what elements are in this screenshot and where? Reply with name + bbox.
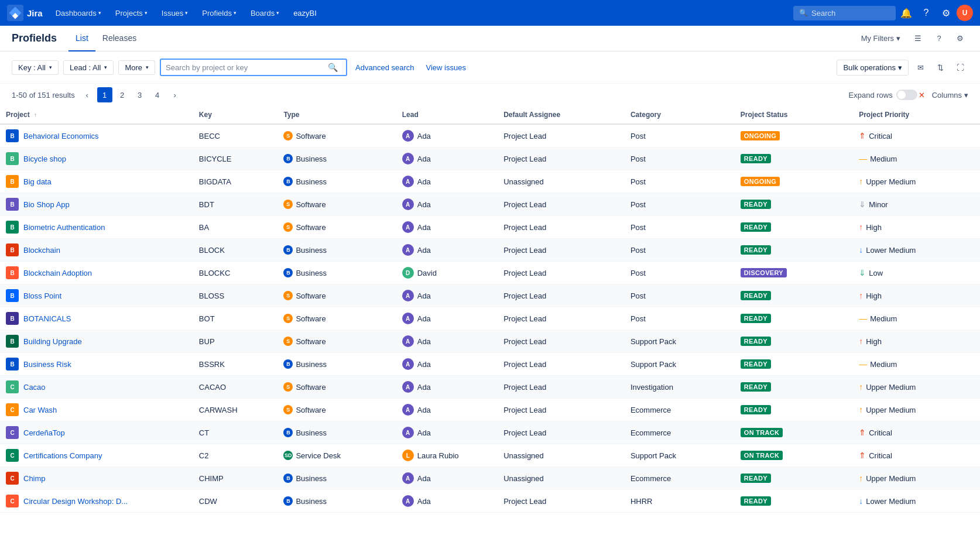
- page-4-button[interactable]: 4: [150, 87, 165, 102]
- my-filters-button[interactable]: My Filters ▾: [856, 32, 905, 45]
- column-project[interactable]: Project ↑: [0, 106, 193, 124]
- cell-type: B Business: [277, 239, 396, 262]
- lead-name: Ada: [417, 360, 431, 369]
- projects-menu[interactable]: Projects ▾: [109, 0, 153, 26]
- column-key[interactable]: Key: [193, 106, 278, 124]
- sort-icon[interactable]: ⇅: [932, 59, 948, 76]
- column-type[interactable]: Type: [277, 106, 396, 124]
- priority-icon: ⇓: [859, 200, 866, 209]
- lead-name: David: [417, 269, 437, 277]
- status-badge: ON TRACK: [741, 428, 783, 437]
- user-avatar[interactable]: U: [957, 5, 973, 21]
- my-filters-caret: ▾: [896, 34, 900, 43]
- project-name-link[interactable]: Biometric Authentication: [23, 223, 105, 232]
- priority-label: High: [866, 291, 882, 300]
- expand-icon[interactable]: ⛶: [952, 59, 968, 76]
- cell-priority: ⇑ Critical: [853, 421, 980, 444]
- cell-key: BOT: [193, 307, 278, 330]
- save-filter-button[interactable]: ☰: [910, 30, 926, 47]
- eazybi-menu[interactable]: eazyBI: [287, 9, 323, 18]
- lead-filter[interactable]: Lead : All ▾: [63, 60, 114, 75]
- help-sub-button[interactable]: ?: [931, 30, 947, 47]
- cell-priority: ↑ Upper Medium: [853, 170, 980, 193]
- prev-page-button[interactable]: ‹: [80, 87, 95, 102]
- settings-button[interactable]: ⚙: [937, 4, 955, 22]
- column-status[interactable]: Project Status: [735, 106, 853, 124]
- help-button[interactable]: ?: [917, 4, 936, 22]
- page-2-button[interactable]: 2: [115, 87, 130, 102]
- table-body: B Behavioral Economics BECC S Software A…: [0, 124, 980, 513]
- issues-menu[interactable]: Issues ▾: [156, 0, 194, 26]
- tab-list[interactable]: List: [68, 26, 95, 52]
- boards-menu[interactable]: Boards ▾: [245, 0, 285, 26]
- project-name-link[interactable]: Behavioral Economics: [23, 132, 99, 140]
- table-row: B Bloss Point BLOSS S Software A Ada Pro…: [0, 284, 980, 307]
- column-priority[interactable]: Project Priority: [853, 106, 980, 124]
- cell-category: HHRR: [625, 490, 735, 513]
- project-name-link[interactable]: Big data: [23, 177, 52, 186]
- project-name-link[interactable]: BOTANICALS: [23, 314, 71, 323]
- project-name-link[interactable]: Chimp: [23, 474, 46, 483]
- project-name-link[interactable]: Blockchain: [23, 246, 60, 255]
- next-page-button[interactable]: ›: [167, 87, 183, 102]
- mail-icon[interactable]: ✉: [912, 59, 928, 76]
- project-name-link[interactable]: Business Risk: [23, 360, 71, 369]
- expand-rows-toggle[interactable]: [896, 90, 917, 100]
- project-name-link[interactable]: Certifications Company: [23, 451, 102, 460]
- type-icon: B: [283, 154, 293, 163]
- project-name-link[interactable]: Bio Shop App: [23, 200, 70, 209]
- status-badge: ON TRACK: [741, 451, 783, 460]
- project-name-link[interactable]: Building Upgrade: [23, 337, 82, 346]
- bulk-operations-button[interactable]: Bulk operations ▾: [837, 60, 909, 76]
- tab-releases[interactable]: Releases: [95, 26, 143, 52]
- more-filter[interactable]: More ▾: [118, 60, 155, 75]
- notifications-button[interactable]: 🔔: [897, 4, 916, 22]
- cell-type: B Business: [277, 353, 396, 376]
- cell-assignee: Project Lead: [498, 193, 625, 216]
- search-input[interactable]: [811, 9, 888, 18]
- search-bar[interactable]: 🔍: [793, 6, 896, 20]
- cell-project: B Bicycle shop: [0, 147, 193, 170]
- project-name-link[interactable]: CerdeñaTop: [23, 428, 65, 437]
- table-row: C Certifications Company C2 SD Service D…: [0, 444, 980, 467]
- cell-project: B Bio Shop App: [0, 193, 193, 216]
- cell-priority: ⇓ Low: [853, 262, 980, 284]
- sub-navigation: Profields List Releases My Filters ▾ ☰ ?…: [0, 26, 980, 52]
- project-name-link[interactable]: Blockchain Adoption: [23, 269, 92, 277]
- page-title: Profields: [12, 32, 57, 44]
- project-name-link[interactable]: Car Wash: [23, 406, 57, 414]
- project-name-link[interactable]: Bicycle shop: [23, 155, 66, 163]
- lead-name: Ada: [417, 177, 431, 186]
- priority-icon: ↑: [859, 382, 863, 392]
- column-category[interactable]: Category: [625, 106, 735, 124]
- priority-label: Medium: [870, 155, 897, 163]
- jira-logo[interactable]: Jira: [7, 5, 43, 21]
- page-3-button[interactable]: 3: [132, 87, 148, 102]
- project-name-link[interactable]: Bloss Point: [23, 291, 61, 300]
- dashboards-menu[interactable]: Dashboards ▾: [50, 0, 107, 26]
- column-lead[interactable]: Lead: [396, 106, 498, 124]
- columns-button[interactable]: Columns ▾: [932, 91, 968, 100]
- type-icon: B: [283, 474, 293, 483]
- projects-caret: ▾: [145, 10, 148, 16]
- view-issues-link[interactable]: View issues: [423, 61, 470, 74]
- column-assignee[interactable]: Default Assignee: [498, 106, 625, 124]
- status-badge: READY: [741, 154, 771, 163]
- priority-icon: ↑: [859, 222, 863, 232]
- project-name-link[interactable]: Cacao: [23, 383, 46, 392]
- settings-sub-button[interactable]: ⚙: [952, 30, 968, 47]
- project-icon: B: [6, 152, 19, 165]
- project-search-icon[interactable]: 🔍: [324, 61, 341, 73]
- project-search-input[interactable]: [166, 63, 324, 72]
- key-filter[interactable]: Key : All ▾: [12, 60, 59, 75]
- priority-label: High: [866, 223, 882, 232]
- cell-status: READY: [735, 216, 853, 239]
- cell-priority: ↑ High: [853, 330, 980, 353]
- advanced-search-link[interactable]: Advanced search: [352, 61, 417, 74]
- table-row: C Circular Design Workshop: D... CDW B B…: [0, 490, 980, 513]
- cell-status: READY: [735, 490, 853, 513]
- page-1-button[interactable]: 1: [97, 87, 112, 102]
- resultsbar-right: Expand rows ✕ Columns ▾: [849, 90, 968, 100]
- project-name-link[interactable]: Circular Design Workshop: D...: [23, 497, 128, 506]
- profields-menu[interactable]: Profields ▾: [196, 0, 242, 26]
